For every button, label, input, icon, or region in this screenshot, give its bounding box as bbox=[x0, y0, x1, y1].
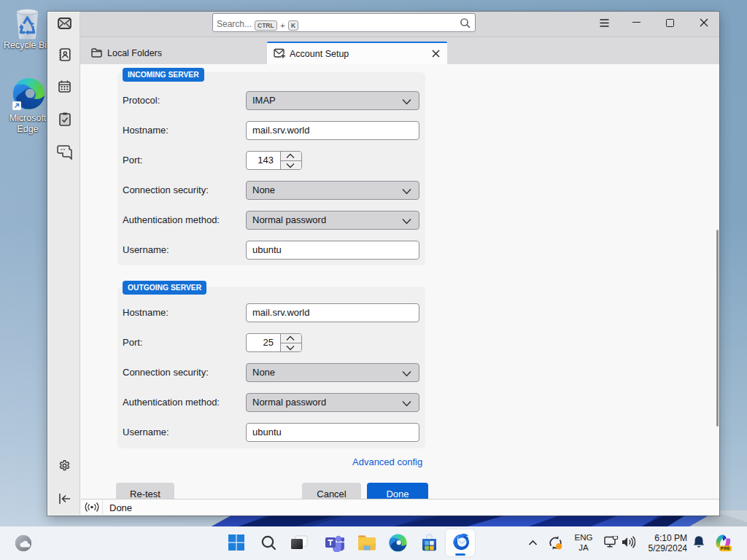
svg-text:PRE: PRE bbox=[721, 546, 730, 551]
